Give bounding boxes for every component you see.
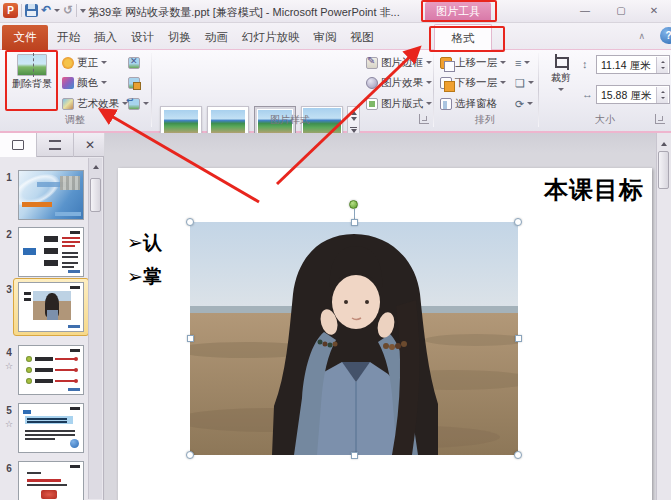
corrections-button[interactable]: 更正 [62,54,107,71]
crop-button[interactable]: 裁剪 [545,54,577,94]
picture-border-button[interactable]: 图片边框 [366,54,432,71]
shape-height-field[interactable]: 11.14 厘米 [596,55,670,74]
color-button[interactable]: 颜色 [62,74,107,91]
panel-scroll-thumb[interactable] [90,178,101,212]
gallery-down-icon[interactable] [351,117,357,124]
help-button[interactable]: ? [660,27,671,44]
collapse-ribbon-icon[interactable]: ∧ [638,31,645,41]
slide-bullet-2[interactable]: ➢掌 [127,264,162,290]
slide-title[interactable]: 本课目标 [544,174,644,206]
canvas-scroll-thumb[interactable] [658,151,669,189]
slide-editing-area[interactable]: 本课目标 ➢认 ➢掌 [118,168,652,500]
animation-indicator-icon: ☆ [3,361,15,371]
picture-effects-icon [366,77,378,89]
resize-handle-bottom-right[interactable] [514,451,522,459]
save-icon[interactable] [25,4,38,17]
reset-picture-button[interactable] [128,95,149,112]
group-button[interactable]: ❏ [515,74,534,91]
picture-styles-dialog-launcher-icon[interactable] [419,114,429,124]
tab-file[interactable]: 文件 [2,25,48,50]
slide-thumbnail-3[interactable] [18,282,84,332]
height-spinner[interactable] [656,57,668,73]
tab-outline[interactable] [37,133,74,157]
slide-number: 3 [3,284,15,295]
tab-insert[interactable]: 插入 [87,25,124,50]
slide-thumbnail-4[interactable] [18,345,84,395]
tab-slides-thumbnails[interactable] [0,133,37,157]
picture-border-icon [366,57,378,69]
bring-forward-button[interactable]: 上移一层 [440,54,506,71]
undo-icon[interactable]: ↶ [41,4,51,17]
undo-dropdown-icon[interactable] [54,9,60,15]
tab-design[interactable]: 设计 [124,25,161,50]
shape-width-icon: ↔ [582,88,593,100]
artistic-effects-button[interactable]: 艺术效果 [62,95,128,112]
slide-number: 6 [3,463,15,474]
tab-transitions[interactable]: 切换 [161,25,198,50]
close-panel-button[interactable]: ✕ [76,133,104,156]
reset-picture-icon [128,98,140,110]
slide-thumbnail-5[interactable] [18,403,84,453]
bring-forward-icon [440,57,452,69]
align-button[interactable]: ≡ [515,54,530,71]
picture-effects-button[interactable]: 图片效果 [366,74,432,91]
panel-scrollbar[interactable] [88,158,102,499]
resize-handle-bottom-left[interactable] [186,451,194,459]
rotate-button[interactable]: ⟳ [515,95,533,112]
group-label-arrange: 排列 [455,113,515,127]
tab-home[interactable]: 开始 [50,25,87,50]
customize-qat-icon[interactable] [80,9,86,16]
send-backward-icon [440,77,452,89]
resize-handle-right[interactable] [515,335,522,342]
gallery-up-icon[interactable] [351,108,357,115]
panel-scroll-up-icon[interactable] [93,162,99,169]
powerpoint-window: P ↶ ↺ 第39章 网站收录数量.ppt [兼容模式] - Microsoft… [0,0,671,500]
selected-picture[interactable] [190,222,518,455]
shape-width-field[interactable]: 15.88 厘米 [596,85,670,104]
shape-height-icon: ↕ [582,58,588,70]
slide-thumbnail-6[interactable] [18,461,84,500]
crop-dropdown-icon[interactable] [558,88,564,94]
animation-indicator-icon: ☆ [3,419,15,429]
resize-handle-top-left[interactable] [186,218,194,226]
picture-layout-button[interactable]: 图片版式 [366,95,432,112]
size-dialog-launcher-icon[interactable] [655,114,665,124]
crop-icon [553,54,569,70]
maximize-button[interactable]: ▢ [611,4,631,19]
tab-animations[interactable]: 动画 [198,25,235,50]
ribbon-tab-row: 文件 开始 插入 设计 切换 动画 幻灯片放映 审阅 视图 格式 ∧ ? [0,23,671,50]
canvas-scrollbar[interactable] [656,133,671,500]
slide-thumbnail-2[interactable] [18,227,84,277]
tab-review[interactable]: 审阅 [307,25,344,50]
tab-slideshow[interactable]: 幻灯片放映 [235,25,307,50]
align-icon: ≡ [515,57,521,69]
resize-handle-bottom[interactable] [351,452,358,459]
slide-thumbnail-1[interactable] [18,170,84,220]
selection-pane-button[interactable]: 选择窗格 [440,95,497,112]
selection-pane-icon [440,98,452,110]
rotation-handle[interactable] [349,200,358,209]
tab-view[interactable]: 视图 [344,25,381,50]
minimize-button[interactable]: — [575,4,595,19]
quick-access-toolbar: P ↶ ↺ [3,3,86,18]
compress-pictures-button[interactable] [128,54,140,71]
powerpoint-app-icon[interactable]: P [3,3,18,18]
annotation-box-format-tab [429,26,505,52]
photo-girl-on-beach [190,222,518,455]
panel-tabs: ✕ [0,133,104,157]
slide-bullet-1[interactable]: ➢认 [127,230,162,256]
rotate-icon: ⟳ [515,98,524,110]
resize-handle-top-right[interactable] [514,218,522,226]
change-picture-button[interactable] [128,74,140,91]
group-label-size: 大小 [575,113,635,127]
resize-handle-left[interactable] [187,335,194,342]
slide-number: 4 [3,347,15,358]
title-bar: P ↶ ↺ 第39章 网站收录数量.ppt [兼容模式] - Microsoft… [0,0,671,23]
resize-handle-top[interactable] [351,219,358,226]
group-label-picture-styles: 图片样式 [255,113,325,127]
close-button[interactable]: ✕ [644,4,664,19]
send-backward-button[interactable]: 下移一层 [440,74,506,91]
width-spinner[interactable] [656,87,668,103]
redo-icon[interactable]: ↺ [63,4,73,17]
canvas-scroll-up-icon[interactable] [661,139,667,146]
